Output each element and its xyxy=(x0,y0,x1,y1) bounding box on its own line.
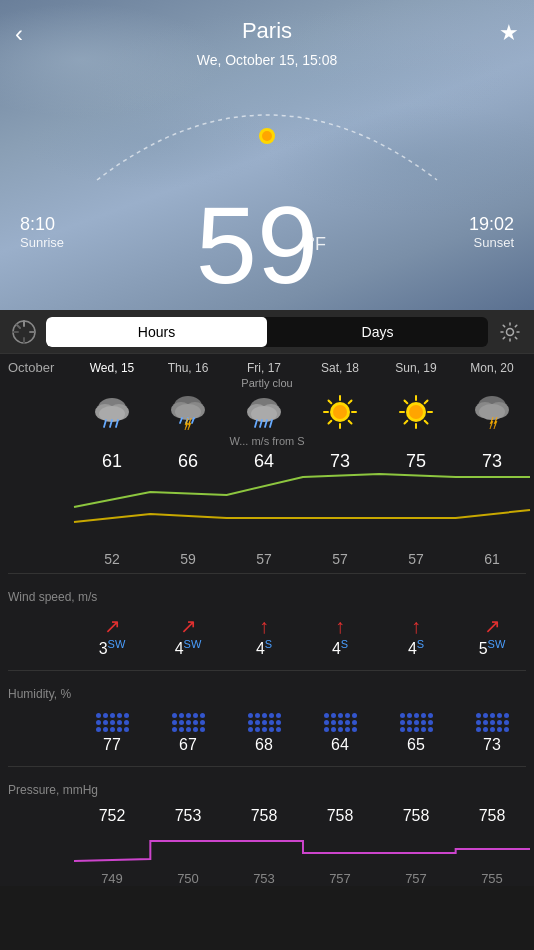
partly-cloudy-label: Partly clou xyxy=(0,377,534,389)
humidity-section-label: Humidity, % xyxy=(0,677,534,705)
wind-arrow-2: ↑ xyxy=(259,615,269,638)
day-cols: Wed, 15Thu, 16Fri, 17Sat, 18Sun, 19Mon, … xyxy=(74,361,530,375)
sky-header: ‹ ★ Paris We, October 15, 15:08 8:10 Sun… xyxy=(0,0,534,310)
settings-button[interactable] xyxy=(494,316,526,348)
temp-low-row: 525957575761 xyxy=(0,529,534,567)
weather-icon-1 xyxy=(150,390,226,434)
wind-col-4: ↑ 4S xyxy=(378,610,454,662)
temp-chart xyxy=(74,472,530,527)
humid-icon-5 xyxy=(474,711,511,734)
humid-val-3: 64 xyxy=(331,736,349,754)
wind-col-0: ↗ 3SW xyxy=(74,610,150,662)
wind-arrow-0: ↗ xyxy=(104,614,121,638)
wind-overlay-label: W... m/s from S xyxy=(0,435,534,447)
pressure-chart xyxy=(74,831,530,871)
pressure-cols: 752753758758758758 xyxy=(74,803,530,829)
temp-high-row: 616664737573 xyxy=(0,447,534,472)
svg-line-40 xyxy=(349,421,352,424)
humid-icon-1 xyxy=(170,711,207,734)
humid-val-4: 65 xyxy=(407,736,425,754)
day-label-0: Wed, 15 xyxy=(74,361,150,375)
wind-col-2: ↑ 4S xyxy=(226,610,302,662)
wind-section-label: Wind speed, m/s xyxy=(0,580,534,608)
svg-point-1 xyxy=(262,131,272,141)
wind-speed-3: 4S xyxy=(332,638,348,658)
tab-buttons: Hours Days xyxy=(46,317,488,347)
wind-arrow-1: ↗ xyxy=(180,614,197,638)
humidity-col-3: 64 xyxy=(302,707,378,758)
divider-3 xyxy=(8,766,526,767)
svg-point-44 xyxy=(409,405,423,419)
svg-line-51 xyxy=(425,401,428,404)
svg-line-41 xyxy=(349,401,352,404)
divider-1 xyxy=(8,573,526,574)
spinner-icon xyxy=(8,316,40,348)
wind-col-1: ↗ 4SW xyxy=(150,610,226,662)
city-title: Paris xyxy=(242,18,292,44)
sun-position-icon xyxy=(256,125,278,152)
data-section: October Wed, 15Thu, 16Fri, 17Sat, 18Sun,… xyxy=(0,354,534,886)
wind-cols: ↗ 3SW ↗ 4SW ↑ 4S ↑ 4S ↑ 4S ↗ 5SW xyxy=(74,610,530,662)
svg-line-50 xyxy=(425,421,428,424)
month-label: October xyxy=(4,360,74,375)
wind-speed-2: 4S xyxy=(256,638,272,658)
pressure-low-4: 757 xyxy=(378,871,454,886)
wind-speed-5: 5SW xyxy=(479,638,506,658)
pressure-val-5: 758 xyxy=(479,807,506,825)
pressure-low-2: 753 xyxy=(226,871,302,886)
wind-speed-0: 3SW xyxy=(99,638,126,658)
humid-icon-2 xyxy=(246,711,283,734)
date-time-display: We, October 15, 15:08 xyxy=(197,52,338,68)
svg-point-8 xyxy=(507,328,514,335)
temp-low-2: 57 xyxy=(226,533,302,567)
temp-cols: 616664737573 xyxy=(74,451,530,472)
svg-line-49 xyxy=(405,401,408,404)
temp-high-1: 66 xyxy=(150,451,226,472)
temp-low-3: 57 xyxy=(302,533,378,567)
date-header-row: October Wed, 15Thu, 16Fri, 17Sat, 18Sun,… xyxy=(0,354,534,377)
sunrise-info: 8:10 Sunrise xyxy=(20,214,64,250)
pressure-data-row: 752753758758758758 xyxy=(0,801,534,831)
weather-icon-3 xyxy=(302,390,378,434)
humid-icon-0 xyxy=(94,711,131,734)
humidity-data-row: 776768646573 xyxy=(0,705,534,760)
wind-col-3: ↑ 4S xyxy=(302,610,378,662)
wind-arrow-3: ↑ xyxy=(335,615,345,638)
pressure-val-3: 758 xyxy=(327,807,354,825)
favorite-button[interactable]: ★ xyxy=(499,20,519,46)
wind-arrow-5: ↗ xyxy=(484,614,501,638)
humidity-col-1: 67 xyxy=(150,707,226,758)
pressure-val-0: 752 xyxy=(99,807,126,825)
svg-point-34 xyxy=(333,405,347,419)
humidity-col-0: 77 xyxy=(74,707,150,758)
humid-val-5: 73 xyxy=(483,736,501,754)
wx-icon-cols xyxy=(74,390,530,434)
wind-arrow-4: ↑ xyxy=(411,615,421,638)
svg-line-7 xyxy=(17,324,21,328)
weather-icon-row: Partly clou W... m/s from S xyxy=(0,377,534,447)
temp-high-4: 75 xyxy=(378,451,454,472)
pressure-section-label: Pressure, mmHg xyxy=(0,773,534,801)
svg-line-20 xyxy=(180,418,182,423)
pressure-col-0: 752 xyxy=(74,803,150,829)
svg-line-32 xyxy=(270,420,272,427)
humid-val-2: 68 xyxy=(255,736,273,754)
weather-icon-5 xyxy=(454,390,530,434)
tab-days[interactable]: Days xyxy=(267,317,488,347)
temp-high-5: 73 xyxy=(454,451,530,472)
pressure-low-0: 749 xyxy=(74,871,150,886)
divider-2 xyxy=(8,670,526,671)
humid-val-1: 67 xyxy=(179,736,197,754)
tab-hours[interactable]: Hours xyxy=(46,317,267,347)
svg-point-28 xyxy=(251,406,277,422)
svg-line-39 xyxy=(329,401,332,404)
svg-line-42 xyxy=(329,421,332,424)
sunset-info: 19:02 Sunset xyxy=(469,214,514,250)
day-label-1: Thu, 16 xyxy=(150,361,226,375)
wind-speed-1: 4SW xyxy=(175,638,202,658)
day-label-4: Sun, 19 xyxy=(378,361,454,375)
humidity-col-4: 65 xyxy=(378,707,454,758)
back-button[interactable]: ‹ xyxy=(15,20,23,48)
temp-low-cols: 525957575761 xyxy=(74,533,530,567)
temp-low-4: 57 xyxy=(378,533,454,567)
